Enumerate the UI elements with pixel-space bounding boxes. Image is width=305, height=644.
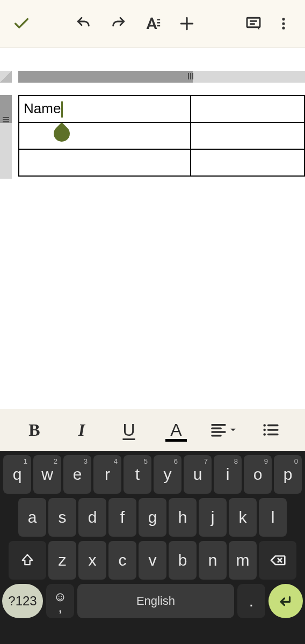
svg-point-24 bbox=[59, 596, 60, 597]
key-k[interactable]: k bbox=[229, 498, 257, 537]
cell-a1[interactable]: Name bbox=[19, 96, 191, 122]
key-x[interactable]: x bbox=[78, 541, 106, 580]
key-n[interactable]: n bbox=[199, 541, 227, 580]
comment-button[interactable] bbox=[238, 9, 268, 39]
key-backspace[interactable] bbox=[259, 541, 296, 580]
row-header-bar[interactable] bbox=[0, 95, 12, 179]
svg-rect-1 bbox=[157, 22, 161, 23]
key-emoji[interactable]: , bbox=[46, 584, 74, 618]
keyboard-row-3: z x c v b n m bbox=[2, 541, 303, 580]
key-h[interactable]: h bbox=[169, 498, 197, 537]
key-w[interactable]: w2 bbox=[33, 455, 61, 494]
svg-point-16 bbox=[263, 429, 266, 431]
svg-rect-0 bbox=[157, 19, 161, 20]
bold-button[interactable]: B bbox=[18, 414, 50, 446]
shift-icon bbox=[20, 553, 35, 568]
key-r[interactable]: r4 bbox=[93, 455, 121, 494]
italic-button[interactable]: I bbox=[66, 414, 98, 446]
undo-icon bbox=[75, 15, 92, 32]
key-period[interactable]: . bbox=[237, 584, 265, 618]
text-color-button[interactable]: A bbox=[160, 414, 192, 446]
cell-a1-text: Name bbox=[24, 100, 61, 116]
top-toolbar bbox=[0, 0, 305, 47]
redo-icon bbox=[110, 15, 127, 32]
undo-button[interactable] bbox=[69, 9, 99, 39]
align-icon bbox=[210, 421, 227, 438]
align-button[interactable] bbox=[207, 414, 239, 446]
key-f[interactable]: f bbox=[108, 498, 136, 537]
keyboard-row-4: ?123 , English . bbox=[2, 584, 303, 618]
column-resize-handle[interactable] bbox=[187, 71, 194, 81]
cell-a3[interactable] bbox=[19, 149, 191, 176]
table-row: Name bbox=[19, 96, 304, 122]
cell-b1[interactable] bbox=[191, 96, 304, 122]
table-row bbox=[19, 149, 304, 176]
key-t[interactable]: t5 bbox=[124, 455, 151, 494]
svg-point-9 bbox=[282, 22, 285, 25]
document-area[interactable]: Name bbox=[0, 47, 305, 409]
key-p[interactable]: p0 bbox=[274, 455, 302, 494]
key-j[interactable]: j bbox=[199, 498, 227, 537]
enter-icon bbox=[278, 593, 294, 609]
cell-b2[interactable] bbox=[191, 122, 304, 149]
svg-rect-2 bbox=[157, 25, 161, 26]
key-o[interactable]: o9 bbox=[244, 455, 272, 494]
list-icon bbox=[262, 421, 280, 439]
backspace-icon bbox=[269, 552, 286, 569]
svg-point-8 bbox=[282, 18, 285, 20]
table-corner-cell[interactable] bbox=[0, 71, 12, 83]
column-header-bar[interactable] bbox=[18, 71, 305, 83]
soft-keyboard: q1 w2 e3 r4 t5 y6 u7 i8 o9 p0 a s d f g … bbox=[0, 451, 305, 644]
keyboard-row-2: a s d f g h j k l bbox=[2, 498, 303, 537]
more-vert-icon bbox=[276, 16, 291, 31]
bulleted-list-button[interactable] bbox=[255, 414, 287, 446]
key-l[interactable]: l bbox=[259, 498, 287, 537]
format-bar: B I U A bbox=[0, 409, 305, 451]
comment-icon bbox=[245, 15, 262, 32]
key-enter[interactable] bbox=[268, 584, 303, 618]
key-m[interactable]: m bbox=[229, 541, 257, 580]
svg-rect-5 bbox=[247, 18, 260, 27]
key-e[interactable]: e3 bbox=[63, 455, 91, 494]
key-b[interactable]: b bbox=[169, 541, 197, 580]
key-g[interactable]: g bbox=[139, 498, 166, 537]
svg-point-15 bbox=[263, 424, 266, 427]
cell-b3[interactable] bbox=[191, 149, 304, 176]
key-y[interactable]: y6 bbox=[154, 455, 181, 494]
text-format-button[interactable] bbox=[137, 9, 168, 39]
keyboard-row-1: q1 w2 e3 r4 t5 y6 u7 i8 o9 p0 bbox=[2, 455, 303, 494]
plus-icon bbox=[178, 15, 195, 32]
key-space[interactable]: English bbox=[77, 584, 234, 618]
key-symbols[interactable]: ?123 bbox=[2, 584, 43, 618]
key-i[interactable]: i8 bbox=[214, 455, 242, 494]
key-d[interactable]: d bbox=[78, 498, 106, 537]
underline-button[interactable]: U bbox=[113, 414, 145, 446]
redo-button[interactable] bbox=[103, 9, 133, 39]
chevron-down-icon bbox=[229, 426, 237, 434]
row-resize-handle[interactable] bbox=[2, 116, 10, 123]
svg-point-25 bbox=[61, 596, 62, 597]
key-q[interactable]: q1 bbox=[3, 455, 31, 494]
svg-point-17 bbox=[263, 433, 266, 436]
text-format-icon bbox=[143, 14, 162, 33]
svg-point-10 bbox=[282, 27, 285, 30]
cell-a2[interactable] bbox=[19, 122, 191, 149]
key-u[interactable]: u7 bbox=[184, 455, 212, 494]
key-s[interactable]: s bbox=[48, 498, 76, 537]
key-v[interactable]: v bbox=[139, 541, 166, 580]
confirm-button[interactable] bbox=[6, 9, 37, 39]
text-caret bbox=[61, 101, 63, 118]
check-icon bbox=[12, 14, 31, 33]
key-a[interactable]: a bbox=[18, 498, 46, 537]
key-comma-label: , bbox=[58, 604, 62, 610]
insert-button[interactable] bbox=[172, 9, 202, 39]
key-shift[interactable] bbox=[9, 541, 46, 580]
more-button[interactable] bbox=[268, 9, 299, 39]
key-c[interactable]: c bbox=[108, 541, 136, 580]
key-z[interactable]: z bbox=[48, 541, 76, 580]
